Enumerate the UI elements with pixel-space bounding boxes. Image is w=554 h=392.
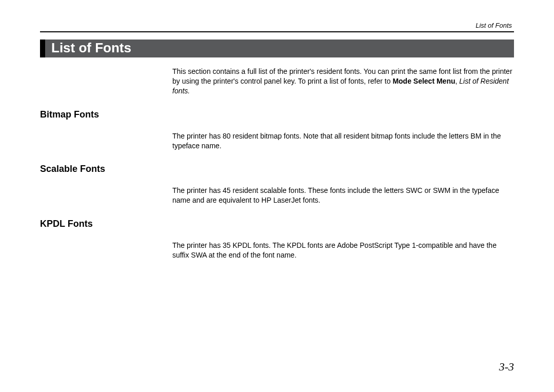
section-kpdl: KPDL Fonts The printer has 35 KPDL fonts… [40,219,514,260]
page-title: List of Fonts [51,40,131,55]
document-page: List of Fonts List of Fonts This section… [0,0,554,270]
header-rule [40,31,514,32]
title-bar: List of Fonts [40,40,514,57]
intro-bold-ref: Mode Select Menu [392,77,455,85]
section-body: The printer has 45 resident scalable fon… [172,186,514,205]
section-heading: Bitmap Fonts [40,109,514,120]
section-heading: KPDL Fonts [40,219,514,229]
running-header: List of Fonts [40,22,514,29]
section-body: The printer has 35 KPDL fonts. The KPDL … [172,241,514,260]
page-number: 3-3 [499,360,514,374]
intro-paragraph: This section contains a full list of the… [172,67,514,96]
section-heading: Scalable Fonts [40,164,514,174]
section-body: The printer has 80 resident bitmap fonts… [172,131,514,151]
section-scalable: Scalable Fonts The printer has 45 reside… [40,164,514,205]
section-bitmap: Bitmap Fonts The printer has 80 resident… [40,109,514,151]
